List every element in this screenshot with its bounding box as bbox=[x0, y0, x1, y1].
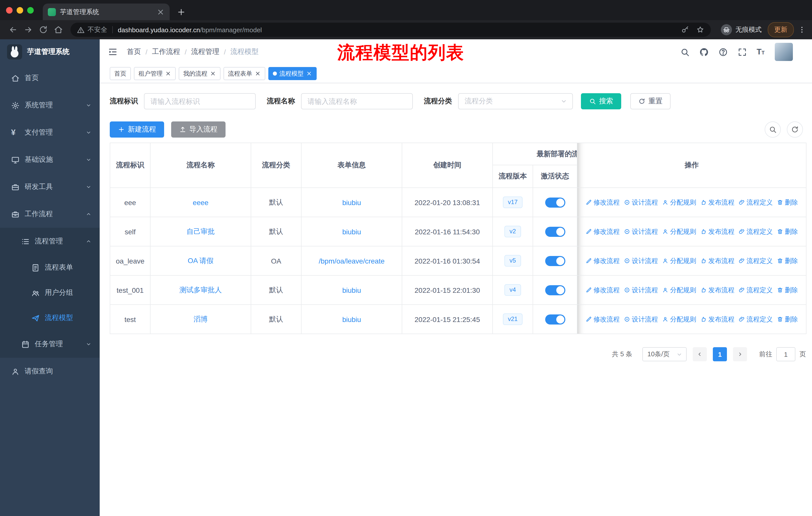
window-zoom-button[interactable] bbox=[27, 7, 34, 13]
active-toggle[interactable] bbox=[545, 285, 565, 295]
sidebar-item-payment[interactable]: ¥支付管理 bbox=[0, 119, 100, 146]
publish-process-link[interactable]: 发布流程 bbox=[700, 227, 734, 236]
delete-process-link[interactable]: 删除 bbox=[777, 286, 798, 295]
delete-process-link[interactable]: 删除 bbox=[777, 256, 798, 265]
create-process-button[interactable]: 新建流程 bbox=[110, 121, 164, 138]
edit-process-link[interactable]: 修改流程 bbox=[585, 256, 620, 265]
sidebar-item-devtools[interactable]: 研发工具 bbox=[0, 173, 100, 200]
process-name-link[interactable]: 滔博 bbox=[194, 315, 208, 323]
font-size-icon[interactable]: TT bbox=[757, 47, 766, 57]
page-number-button[interactable]: 1 bbox=[713, 347, 727, 361]
close-icon[interactable] bbox=[165, 71, 171, 77]
close-icon[interactable] bbox=[306, 71, 312, 77]
process-name-link[interactable]: 自己审批 bbox=[186, 227, 215, 235]
page-size-select[interactable]: 10条/页 bbox=[642, 347, 687, 361]
process-definition-link[interactable]: 流程定义 bbox=[738, 198, 773, 207]
tag-home[interactable]: 首页 bbox=[110, 67, 131, 80]
reset-button[interactable]: 重置 bbox=[630, 93, 671, 109]
forward-button[interactable] bbox=[21, 23, 35, 37]
prev-page-button[interactable] bbox=[693, 347, 707, 361]
process-name-link[interactable]: eeee bbox=[193, 198, 208, 206]
process-name-link[interactable]: OA 请假 bbox=[188, 256, 214, 264]
new-tab-button[interactable] bbox=[177, 7, 186, 17]
process-name-input[interactable] bbox=[301, 93, 413, 109]
active-toggle[interactable] bbox=[545, 256, 565, 266]
active-toggle[interactable] bbox=[545, 314, 565, 324]
process-definition-link[interactable]: 流程定义 bbox=[738, 315, 773, 324]
toggle-search-button[interactable] bbox=[765, 121, 781, 138]
design-process-link[interactable]: 设计流程 bbox=[624, 198, 658, 207]
sidebar-item-user-group[interactable]: 用户分组 bbox=[0, 280, 100, 305]
window-minimize-button[interactable] bbox=[17, 7, 23, 13]
sidebar-item-process-form[interactable]: 流程表单 bbox=[0, 255, 100, 280]
tag-tenant[interactable]: 租户管理 bbox=[134, 67, 176, 80]
process-definition-link[interactable]: 流程定义 bbox=[738, 227, 773, 236]
tag-process-model[interactable]: 流程模型 bbox=[268, 67, 317, 80]
sidebar-fold-button[interactable] bbox=[108, 47, 118, 57]
form-info-link[interactable]: biubiu bbox=[342, 315, 361, 323]
window-close-button[interactable] bbox=[6, 7, 12, 13]
user-avatar[interactable] bbox=[775, 43, 793, 61]
edit-process-link[interactable]: 修改流程 bbox=[585, 286, 620, 295]
update-button[interactable]: 更新 bbox=[768, 22, 794, 37]
browser-home-button[interactable] bbox=[51, 23, 65, 37]
form-info-link[interactable]: /bpm/oa/leave/create bbox=[319, 257, 385, 265]
breadcrumb-item[interactable]: 首页 bbox=[127, 47, 141, 56]
assign-rule-link[interactable]: 分配规则 bbox=[662, 227, 696, 236]
refresh-table-button[interactable] bbox=[787, 121, 803, 138]
import-process-button[interactable]: 导入流程 bbox=[171, 121, 226, 138]
delete-process-link[interactable]: 删除 bbox=[777, 198, 798, 207]
browser-tab[interactable]: 芋道管理系统 bbox=[43, 3, 170, 20]
sidebar-item-system[interactable]: 系统管理 bbox=[0, 92, 100, 119]
sidebar-item-task-manage[interactable]: 任务管理 bbox=[0, 331, 100, 358]
github-icon[interactable] bbox=[699, 47, 709, 57]
help-icon[interactable] bbox=[718, 47, 728, 57]
design-process-link[interactable]: 设计流程 bbox=[624, 227, 658, 236]
breadcrumb-item[interactable]: 流程模型 bbox=[230, 47, 259, 56]
sidebar-item-infrastructure[interactable]: 基础设施 bbox=[0, 146, 100, 173]
sidebar-item-process-manage[interactable]: 流程管理 bbox=[0, 228, 100, 255]
process-definition-link[interactable]: 流程定义 bbox=[738, 286, 773, 295]
delete-process-link[interactable]: 删除 bbox=[777, 227, 798, 236]
design-process-link[interactable]: 设计流程 bbox=[624, 286, 658, 295]
process-id-input[interactable] bbox=[144, 93, 256, 109]
password-key-icon[interactable] bbox=[681, 26, 689, 34]
next-page-button[interactable] bbox=[733, 347, 747, 361]
publish-process-link[interactable]: 发布流程 bbox=[700, 256, 734, 265]
search-button[interactable]: 搜索 bbox=[581, 93, 621, 109]
breadcrumb-item[interactable]: 工作流程 bbox=[152, 47, 180, 56]
form-info-link[interactable]: biubiu bbox=[342, 227, 361, 236]
sidebar-item-process-model[interactable]: 流程模型 bbox=[0, 305, 100, 331]
edit-process-link[interactable]: 修改流程 bbox=[585, 227, 620, 236]
bookmark-star-icon[interactable] bbox=[696, 26, 704, 34]
sidebar-item-workflow[interactable]: 工作流程 bbox=[0, 200, 100, 228]
address-bar[interactable]: 不安全 dashboard.yudao.iocoder.cn /bpm/mana… bbox=[70, 23, 711, 37]
form-info-link[interactable]: biubiu bbox=[342, 198, 361, 206]
tag-process-form[interactable]: 流程表单 bbox=[224, 67, 265, 80]
assign-rule-link[interactable]: 分配规则 bbox=[662, 286, 696, 295]
publish-process-link[interactable]: 发布流程 bbox=[700, 198, 734, 207]
app-logo[interactable]: 芋道管理系统 bbox=[0, 39, 100, 64]
assign-rule-link[interactable]: 分配规则 bbox=[662, 198, 696, 207]
back-button[interactable] bbox=[6, 23, 20, 37]
active-toggle[interactable] bbox=[545, 226, 565, 237]
edit-process-link[interactable]: 修改流程 bbox=[585, 315, 620, 324]
form-info-link[interactable]: biubiu bbox=[342, 286, 361, 294]
edit-process-link[interactable]: 修改流程 bbox=[585, 198, 620, 207]
close-icon[interactable] bbox=[210, 71, 216, 77]
reload-button[interactable] bbox=[36, 23, 50, 37]
design-process-link[interactable]: 设计流程 bbox=[624, 315, 658, 324]
publish-process-link[interactable]: 发布流程 bbox=[700, 286, 734, 295]
assign-rule-link[interactable]: 分配规则 bbox=[662, 256, 696, 265]
browser-menu-icon[interactable] bbox=[798, 26, 806, 34]
active-toggle[interactable] bbox=[545, 197, 565, 207]
category-select[interactable]: 流程分类 bbox=[458, 93, 573, 109]
publish-process-link[interactable]: 发布流程 bbox=[700, 315, 734, 324]
sidebar-item-home[interactable]: 首页 bbox=[0, 64, 100, 92]
header-search-icon[interactable] bbox=[680, 47, 690, 57]
assign-rule-link[interactable]: 分配规则 bbox=[662, 315, 696, 324]
breadcrumb-item[interactable]: 流程管理 bbox=[191, 47, 220, 56]
design-process-link[interactable]: 设计流程 bbox=[624, 256, 658, 265]
security-label[interactable]: 不安全 bbox=[88, 25, 107, 34]
process-definition-link[interactable]: 流程定义 bbox=[738, 256, 773, 265]
